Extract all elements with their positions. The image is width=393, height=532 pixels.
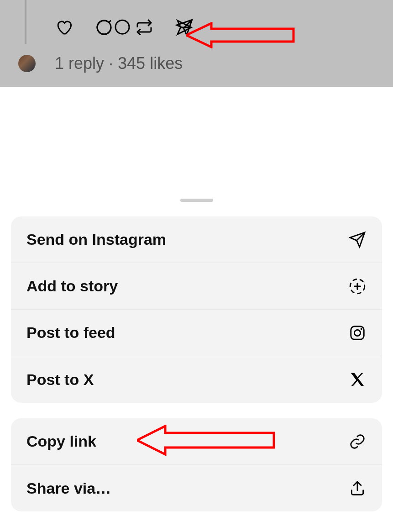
share-group-secondary: Copy link Share via… — [11, 418, 382, 511]
svg-point-0 — [115, 20, 129, 34]
instagram-icon — [348, 324, 367, 342]
x-logo-icon — [348, 370, 367, 389]
menu-label: Share via… — [26, 479, 111, 497]
post-stats[interactable]: 1 reply · 345 likes — [55, 54, 183, 73]
svg-point-4 — [354, 330, 360, 336]
menu-copy-link[interactable]: Copy link — [11, 418, 382, 465]
share-sheet: Send on Instagram Add to story Post to f… — [0, 95, 393, 532]
svg-point-5 — [361, 328, 362, 330]
link-icon — [348, 432, 367, 451]
menu-label: Post to feed — [26, 324, 115, 342]
menu-post-to-feed[interactable]: Post to feed — [11, 310, 382, 356]
upload-icon — [348, 479, 367, 497]
avatar — [18, 55, 36, 72]
menu-share-via[interactable]: Share via… — [11, 465, 382, 511]
reply-count: 1 reply — [55, 54, 104, 73]
feed-post-area: 1 reply · 345 likes — [0, 0, 393, 87]
menu-label: Add to story — [26, 277, 118, 295]
menu-label: Send on Instagram — [26, 231, 166, 248]
share-group-primary: Send on Instagram Add to story Post to f… — [11, 216, 382, 403]
send-icon — [348, 231, 367, 249]
repost-icon[interactable] — [135, 18, 153, 38]
menu-add-to-story[interactable]: Add to story — [11, 263, 382, 310]
thread-line — [25, 0, 26, 44]
add-story-icon — [348, 277, 367, 295]
menu-label: Post to X — [26, 371, 94, 389]
menu-label: Copy link — [26, 432, 96, 450]
sheet-handle[interactable] — [180, 199, 213, 202]
menu-send-on-instagram[interactable]: Send on Instagram — [11, 216, 382, 263]
menu-post-to-x[interactable]: Post to X — [11, 356, 382, 403]
comment-icon[interactable] — [95, 18, 113, 38]
send-icon[interactable] — [175, 18, 194, 38]
like-count: 345 likes — [118, 54, 183, 73]
heart-icon[interactable] — [55, 18, 73, 38]
